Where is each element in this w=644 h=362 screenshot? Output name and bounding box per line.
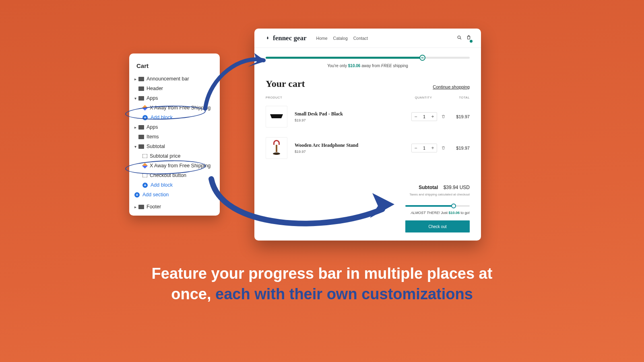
section-icon [138,144,144,149]
product-thumbnail[interactable] [266,137,287,159]
nav-home[interactable]: Home [316,36,328,41]
qty-decrement-button[interactable]: − [412,113,420,121]
sidebar-item-label: X Away from Free Shipping [150,163,211,169]
cart-line-item: Small Desk Pad - Black $19.97 − 1 + $19.… [254,101,481,132]
section-icon [138,205,144,209]
text: to go! [460,211,470,215]
progress-thumb [419,55,425,61]
text: once [171,286,207,302]
section-icon [138,77,144,81]
sidebar-item-label: Subtotal [147,144,165,149]
free-shipping-progress-top [266,57,470,59]
sidebar-item-subtotal[interactable]: ▾ Subtotal [129,142,220,151]
brand[interactable]: fennec gear [265,34,307,42]
text: , [207,286,215,302]
chevron-down-icon: ▾ [133,96,137,101]
cart-column-headers: PRODUCT QUANTITY TOTAL [254,91,481,101]
marketing-headline: Feature your progress bar in multiple pl… [0,263,644,305]
sidebar-item-label: Checkout button [150,173,186,178]
sidebar-item-label: Subtotal price [150,153,180,159]
progress-fill [266,57,423,59]
svg-point-0 [458,36,460,39]
free-shipping-progress-bottom [405,205,470,207]
text-emphasis: each with their own customizations [215,286,473,302]
text: You're only [327,64,348,68]
qty-value: 1 [420,115,429,119]
col-quantity: QUANTITY [401,96,446,99]
sidebar-item-subtotal-price[interactable]: Subtotal price [129,151,220,161]
text: FREE [381,64,392,68]
product-title[interactable]: Small Desk Pad - Black [295,111,411,117]
subtotal-value: $39.94 USD [444,185,470,190]
brand-name: fennec gear [273,34,307,42]
text: Feature your progress bar in multiple pl… [152,265,493,282]
section-icon [138,125,144,130]
app-block-icon [142,105,148,111]
col-product: PRODUCT [266,96,401,99]
header-nav: Home Catalog Contact [316,36,368,41]
chevron-right-icon: ▸ [133,205,137,209]
remove-line-button[interactable] [441,144,446,152]
plus-circle-icon: + [142,183,148,188]
remove-line-button[interactable] [441,113,446,120]
sidebar-item-apps-2[interactable]: ▸ Apps [129,122,220,132]
text: away from [360,64,381,68]
plus-circle-icon: + [134,192,140,197]
svg-point-3 [273,152,280,155]
product-title[interactable]: Wooden Arc Headphone Stand [295,142,411,148]
line-total: $19.97 [446,146,470,150]
sidebar-item-label: Announcement bar [147,76,189,82]
qty-value: 1 [420,146,429,150]
sidebar-item-label: Add block [151,115,173,120]
section-icon [138,96,144,101]
sidebar-item-items[interactable]: Items [129,132,220,142]
chevron-down-icon: ▾ [133,144,137,149]
chevron-right-icon: ▸ [133,125,137,130]
product-unit-price: $19.97 [295,118,411,122]
sidebar-item-free-shipping-2[interactable]: X Away from Free Shipping [129,161,220,171]
storefront-header: fennec gear Home Catalog Contact [254,29,481,48]
app-block-icon [142,163,148,169]
svg-line-1 [460,38,461,39]
sidebar-item-label: Add section [142,192,169,197]
sidebar-item-label: Apps [147,124,158,130]
text: shipping [392,64,408,68]
quantity-stepper[interactable]: − 1 + [411,144,437,152]
plus-circle-icon: + [142,115,148,120]
free-shipping-message-top: You're only $10.06 away from FREE shippi… [266,64,470,68]
text: ALMOST THERE! [411,211,440,215]
checkout-button[interactable]: Check out [405,220,470,232]
headphone-stand-icon [271,140,282,156]
product-unit-price: $19.97 [295,150,411,154]
cart-line-item: Wooden Arc Headphone Stand $19.97 − 1 + … [254,132,481,164]
cart-icon[interactable] [466,35,471,42]
line-total: $19.97 [446,114,470,119]
text: Just [440,211,449,215]
qty-increment-button[interactable]: + [429,113,437,121]
search-icon[interactable] [457,35,462,42]
top-progress-area: You're only $10.06 away from FREE shippi… [254,48,481,71]
chevron-right-icon: ▸ [133,77,137,81]
brand-mark-icon [265,35,270,41]
block-icon [142,173,147,177]
svg-rect-2 [276,145,277,152]
section-icon [138,86,144,91]
sidebar-item-label: Footer [147,204,161,210]
qty-increment-button[interactable]: + [429,144,437,152]
continue-shopping-link[interactable]: Continue shopping [433,84,470,89]
col-total: TOTAL [446,96,470,99]
quantity-stepper[interactable]: − 1 + [411,112,437,121]
qty-decrement-button[interactable]: − [412,144,420,152]
section-icon [138,135,144,139]
sidebar-item-label: Items [147,134,159,140]
sidebar-item-label: Apps [147,95,158,101]
nav-catalog[interactable]: Catalog [333,36,348,41]
nav-contact[interactable]: Contact [353,36,368,41]
block-icon [142,154,147,158]
amount: $10.06 [348,64,361,68]
subtotal-label: Subtotal [419,185,438,190]
progress-fill [405,205,454,207]
sidebar-item-label: Add block [151,182,173,188]
sidebar-item-label: Header [147,86,163,91]
amount: $10.06 [448,211,460,215]
